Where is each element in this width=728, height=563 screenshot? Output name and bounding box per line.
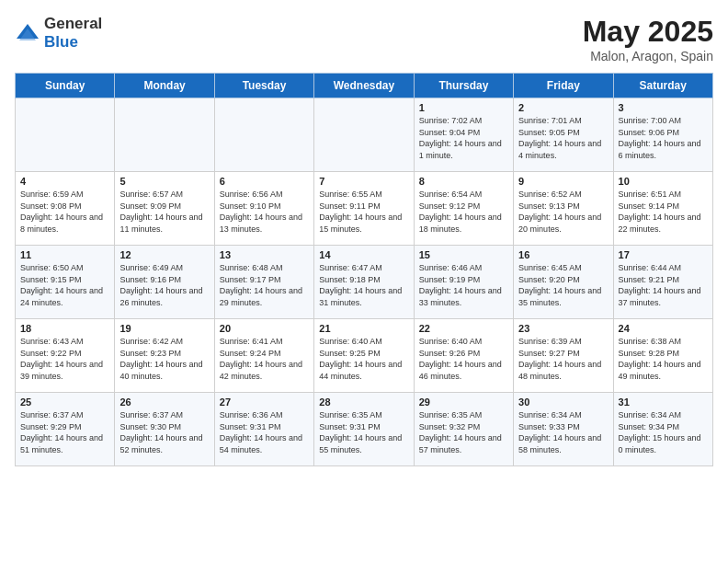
day-info: Sunrise: 6:35 AMSunset: 9:31 PMDaylight:… [319,409,408,455]
day-number: 25 [20,396,109,408]
day-number: 15 [419,249,508,260]
day-info: Sunrise: 6:38 AMSunset: 9:28 PMDaylight:… [619,336,708,382]
calendar-cell: 16Sunrise: 6:45 AMSunset: 9:20 PMDayligh… [514,246,613,319]
calendar-cell: 28Sunrise: 6:35 AMSunset: 9:31 PMDayligh… [314,393,414,466]
calendar-cell: 9Sunrise: 6:52 AMSunset: 9:13 PMDaylight… [514,172,613,246]
day-info: Sunrise: 6:56 AMSunset: 9:10 PMDaylight:… [220,189,309,235]
logo: General Blue [15,15,102,52]
days-header-row: SundayMondayTuesdayWednesdayThursdayFrid… [16,74,713,98]
title-area: May 2025 Malon, Aragon, Spain [583,15,713,63]
calendar-cell: 15Sunrise: 6:46 AMSunset: 9:19 PMDayligh… [414,246,513,319]
day-info: Sunrise: 7:01 AMSunset: 9:05 PMDaylight:… [518,115,608,161]
day-header-thursday: Thursday [414,74,513,98]
day-header-friday: Friday [514,74,613,98]
calendar-cell: 11Sunrise: 6:50 AMSunset: 9:15 PMDayligh… [16,246,115,319]
week-row-2: 4Sunrise: 6:59 AMSunset: 9:08 PMDaylight… [16,172,713,246]
calendar-cell: 27Sunrise: 6:36 AMSunset: 9:31 PMDayligh… [214,393,313,466]
day-number: 27 [220,396,309,408]
day-info: Sunrise: 6:36 AMSunset: 9:31 PMDaylight:… [220,409,309,455]
day-number: 22 [419,323,508,334]
day-info: Sunrise: 6:37 AMSunset: 9:30 PMDaylight:… [119,409,209,455]
day-number: 14 [319,249,408,260]
day-info: Sunrise: 6:57 AMSunset: 9:09 PMDaylight:… [119,189,209,235]
calendar-cell: 30Sunrise: 6:34 AMSunset: 9:33 PMDayligh… [514,393,613,466]
calendar-cell: 22Sunrise: 6:40 AMSunset: 9:26 PMDayligh… [414,319,513,393]
day-header-monday: Monday [115,74,214,98]
day-info: Sunrise: 6:40 AMSunset: 9:26 PMDaylight:… [419,336,508,382]
day-number: 4 [20,176,109,187]
day-number: 29 [419,396,508,408]
calendar-cell [314,98,414,172]
calendar-cell: 1Sunrise: 7:02 AMSunset: 9:04 PMDaylight… [414,98,513,172]
day-header-wednesday: Wednesday [314,74,414,98]
week-row-3: 11Sunrise: 6:50 AMSunset: 9:15 PMDayligh… [16,246,713,319]
calendar-cell [115,98,214,172]
calendar-cell: 23Sunrise: 6:39 AMSunset: 9:27 PMDayligh… [514,319,613,393]
day-info: Sunrise: 6:48 AMSunset: 9:17 PMDaylight:… [220,262,309,308]
day-info: Sunrise: 6:34 AMSunset: 9:33 PMDaylight:… [518,409,608,455]
day-number: 10 [619,176,708,187]
day-info: Sunrise: 6:37 AMSunset: 9:29 PMDaylight:… [20,409,109,455]
day-info: Sunrise: 6:55 AMSunset: 9:11 PMDaylight:… [319,189,408,235]
calendar-cell [16,98,115,172]
day-number: 28 [319,396,408,408]
day-info: Sunrise: 6:40 AMSunset: 9:25 PMDaylight:… [319,336,408,382]
day-info: Sunrise: 6:47 AMSunset: 9:18 PMDaylight:… [319,262,408,308]
day-info: Sunrise: 7:02 AMSunset: 9:04 PMDaylight:… [419,115,508,161]
day-info: Sunrise: 6:51 AMSunset: 9:14 PMDaylight:… [619,189,708,235]
day-info: Sunrise: 6:45 AMSunset: 9:20 PMDaylight:… [518,262,608,308]
day-number: 31 [619,396,708,408]
calendar-cell: 7Sunrise: 6:55 AMSunset: 9:11 PMDaylight… [314,172,414,246]
calendar-cell: 21Sunrise: 6:40 AMSunset: 9:25 PMDayligh… [314,319,414,393]
day-number: 18 [20,323,109,334]
day-info: Sunrise: 6:41 AMSunset: 9:24 PMDaylight:… [220,336,309,382]
day-number: 26 [119,396,209,408]
calendar-cell: 14Sunrise: 6:47 AMSunset: 9:18 PMDayligh… [314,246,414,319]
header: General Blue May 2025 Malon, Aragon, Spa… [15,15,713,63]
day-info: Sunrise: 6:42 AMSunset: 9:23 PMDaylight:… [119,336,209,382]
calendar-cell: 4Sunrise: 6:59 AMSunset: 9:08 PMDaylight… [16,172,115,246]
day-info: Sunrise: 6:52 AMSunset: 9:13 PMDaylight:… [518,189,608,235]
calendar-cell: 5Sunrise: 6:57 AMSunset: 9:09 PMDaylight… [115,172,214,246]
day-number: 7 [319,176,408,187]
day-number: 1 [419,102,508,113]
week-row-5: 25Sunrise: 6:37 AMSunset: 9:29 PMDayligh… [16,393,713,466]
day-info: Sunrise: 6:54 AMSunset: 9:12 PMDaylight:… [419,189,508,235]
week-row-1: 1Sunrise: 7:02 AMSunset: 9:04 PMDaylight… [16,98,713,172]
day-info: Sunrise: 6:46 AMSunset: 9:19 PMDaylight:… [419,262,508,308]
calendar-cell: 20Sunrise: 6:41 AMSunset: 9:24 PMDayligh… [214,319,313,393]
day-number: 6 [220,176,309,187]
calendar-cell: 6Sunrise: 6:56 AMSunset: 9:10 PMDaylight… [214,172,313,246]
calendar-cell: 26Sunrise: 6:37 AMSunset: 9:30 PMDayligh… [115,393,214,466]
day-number: 24 [619,323,708,334]
day-number: 3 [619,102,708,113]
calendar-cell: 3Sunrise: 7:00 AMSunset: 9:06 PMDaylight… [613,98,712,172]
day-number: 13 [220,249,309,260]
logo-icon [15,20,40,46]
day-info: Sunrise: 6:59 AMSunset: 9:08 PMDaylight:… [20,189,109,235]
day-number: 20 [220,323,309,334]
day-info: Sunrise: 6:44 AMSunset: 9:21 PMDaylight:… [619,262,708,308]
calendar-table: SundayMondayTuesdayWednesdayThursdayFrid… [15,73,713,466]
main-title: May 2025 [583,15,713,49]
calendar-cell: 19Sunrise: 6:42 AMSunset: 9:23 PMDayligh… [115,319,214,393]
calendar-cell: 24Sunrise: 6:38 AMSunset: 9:28 PMDayligh… [613,319,712,393]
calendar-cell: 31Sunrise: 6:34 AMSunset: 9:34 PMDayligh… [613,393,712,466]
day-number: 30 [518,396,608,408]
subtitle: Malon, Aragon, Spain [583,49,713,63]
day-number: 8 [419,176,508,187]
calendar-cell: 13Sunrise: 6:48 AMSunset: 9:17 PMDayligh… [214,246,313,319]
calendar-cell: 10Sunrise: 6:51 AMSunset: 9:14 PMDayligh… [613,172,712,246]
day-number: 16 [518,249,608,260]
day-info: Sunrise: 6:35 AMSunset: 9:32 PMDaylight:… [419,409,508,455]
calendar-cell: 8Sunrise: 6:54 AMSunset: 9:12 PMDaylight… [414,172,513,246]
day-header-sunday: Sunday [16,74,115,98]
day-info: Sunrise: 6:34 AMSunset: 9:34 PMDaylight:… [619,409,708,455]
day-number: 5 [119,176,209,187]
calendar-cell: 25Sunrise: 6:37 AMSunset: 9:29 PMDayligh… [16,393,115,466]
calendar-cell: 18Sunrise: 6:43 AMSunset: 9:22 PMDayligh… [16,319,115,393]
day-number: 21 [319,323,408,334]
calendar-cell: 29Sunrise: 6:35 AMSunset: 9:32 PMDayligh… [414,393,513,466]
calendar-cell: 2Sunrise: 7:01 AMSunset: 9:05 PMDaylight… [514,98,613,172]
calendar-cell: 17Sunrise: 6:44 AMSunset: 9:21 PMDayligh… [613,246,712,319]
